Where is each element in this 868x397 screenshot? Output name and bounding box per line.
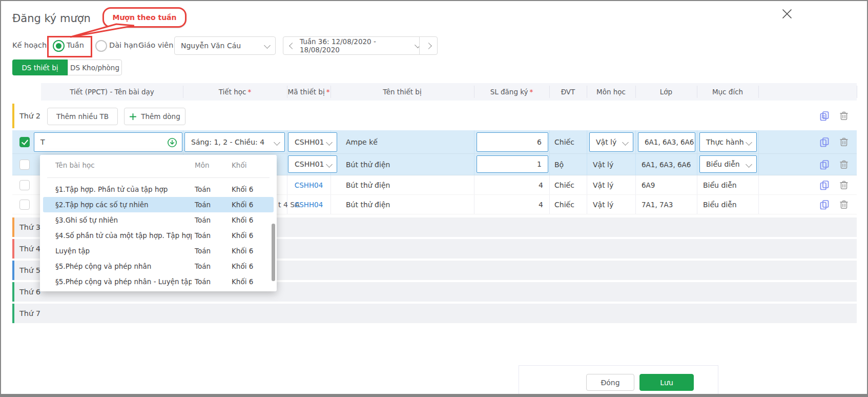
column-separator: [758, 175, 759, 194]
week-next-button[interactable]: [419, 36, 438, 55]
period-select[interactable]: Sáng: 1, 2 - Chiều: 4: [184, 132, 285, 152]
column-separator: [549, 195, 550, 214]
day-group-label: Thứ 2: [19, 102, 40, 130]
lesson-input[interactable]: T: [34, 132, 182, 152]
chevron-left-icon: [289, 43, 296, 49]
plan-radio-week[interactable]: [53, 40, 65, 52]
lesson-subject: Toán: [195, 197, 211, 212]
lesson-dropdown-item[interactable]: §3.Ghi số tự nhiênToánKhối 6: [43, 212, 274, 228]
dropdown-divider: [47, 177, 270, 178]
lesson-grade: Khối 6: [232, 228, 253, 243]
duplicate-row-icon[interactable]: [819, 199, 830, 210]
device-code-link[interactable]: CSHH04: [287, 175, 330, 195]
quantity-input[interactable]: 6: [477, 132, 548, 152]
delete-row-icon[interactable]: [838, 199, 850, 210]
row-checkbox[interactable]: [19, 180, 30, 190]
purpose-select[interactable]: Biểu diễn: [699, 155, 757, 173]
borrow-registration-dialog: Đăng ký mượn Mượn theo tuần Kế hoạch: Tu…: [0, 0, 868, 397]
header-cell-label: Tiết học: [219, 88, 246, 96]
column-separator: [758, 154, 759, 175]
subject-select[interactable]: Vật lý: [589, 132, 633, 152]
dropdown-scrollbar[interactable]: [272, 224, 275, 281]
lesson-dropdown-item[interactable]: §5.Phép cộng và phép nhân - Luyện tậpToá…: [43, 274, 274, 289]
row-checkbox[interactable]: [19, 137, 30, 147]
delete-row-icon[interactable]: [838, 180, 850, 191]
purpose-value: Biểu diễn: [703, 195, 737, 214]
lesson-dropdown-item[interactable]: §1.Tập hợp. Phần tử của tập hợpToánKhối …: [43, 182, 274, 197]
week-select[interactable]: Tuần 36: 12/08/2020 - 18/08/2020: [300, 36, 420, 55]
duplicate-row-icon[interactable]: [819, 159, 830, 170]
tab-storage-list[interactable]: DS Kho/phòng: [68, 59, 122, 75]
teacher-label-text: Giáo viên: [138, 41, 173, 49]
dropdown-col-grade: Khối: [232, 161, 246, 169]
device-code-link[interactable]: CSHH04: [287, 195, 330, 214]
device-code-value: CSHH01: [288, 138, 324, 146]
day-group-bar: [12, 261, 14, 280]
chevron-down-icon: [746, 161, 752, 168]
save-button[interactable]: Lưu: [639, 374, 694, 391]
callout-text: Mượn theo tuần: [112, 13, 176, 22]
quantity-value: 1: [531, 160, 548, 168]
add-many-devices-button[interactable]: Thêm nhiều TB: [47, 108, 118, 125]
lesson-name: Luyện tập: [55, 243, 192, 259]
purpose-select[interactable]: Thực hành: [699, 132, 757, 152]
row-checkbox[interactable]: [19, 160, 30, 170]
lesson-dropdown-item[interactable]: §2.Tập hợp các số tự nhiênToánKhối 6: [43, 197, 274, 212]
chevron-down-icon: [622, 139, 629, 146]
tab-device-list[interactable]: DS thiết bị: [12, 59, 68, 75]
lesson-input-value: T: [34, 138, 45, 146]
plan-radio-longterm-label[interactable]: Dài hạn: [109, 41, 138, 49]
subject-value: Vật lý: [590, 138, 616, 146]
lesson-dropdown-item[interactable]: §4.Số phần tử của một tập hợp. Tập hợp..…: [43, 228, 274, 243]
column-separator: [587, 154, 587, 175]
week-prev-button[interactable]: [283, 36, 301, 55]
column-separator: [330, 195, 331, 214]
day-group-label: Thứ 3: [19, 217, 40, 237]
plan-radio-longterm[interactable]: [95, 40, 107, 52]
column-separator: [758, 195, 759, 214]
period-select-value: Sáng: 1, 2 - Chiều: 4: [185, 138, 264, 146]
duplicate-row-icon[interactable]: [819, 136, 830, 148]
column-separator: [635, 154, 636, 175]
header-separator: [635, 86, 636, 98]
quantity-input[interactable]: 1: [477, 155, 548, 173]
row-checkbox[interactable]: [19, 200, 30, 210]
lesson-dropdown-item[interactable]: Luyện tậpToánKhối 6: [43, 243, 274, 259]
add-row-button[interactable]: Thêm dòng: [124, 108, 185, 125]
plan-radio-week-label[interactable]: Tuần: [67, 41, 84, 49]
lesson-dropdown-item[interactable]: §5.Phép cộng và phép nhânToánKhối 6: [43, 259, 274, 274]
purpose-value: Biểu diễn: [700, 160, 740, 168]
day-group-bar: [12, 282, 14, 302]
teacher-select[interactable]: Nguyễn Văn Cáu: [174, 36, 276, 55]
header-cell-label: SL đăng ký: [490, 88, 528, 96]
delete-row-icon[interactable]: [838, 136, 850, 148]
delete-group-icon[interactable]: [838, 110, 850, 122]
delete-row-icon[interactable]: [838, 159, 850, 170]
copy-rows-icon[interactable]: [819, 110, 830, 122]
plan-label: Kế hoạch:: [12, 41, 49, 49]
lesson-subject: Toán: [195, 228, 211, 243]
classes-box[interactable]: 6A1, 6A3, 6A6: [638, 132, 695, 152]
lesson-name: §1.Tập hợp. Phần tử của tập hợp: [55, 182, 192, 197]
download-circle-icon[interactable]: [167, 137, 178, 148]
column-separator: [474, 154, 474, 175]
device-code-select[interactable]: CSHH01: [288, 132, 337, 152]
day-group-row-thu2: Thứ 2 Thêm nhiều TB Thêm dòng: [12, 102, 857, 130]
day-group-bar: [12, 304, 14, 323]
header-separator: [287, 86, 287, 98]
close-button[interactable]: Đóng: [586, 374, 634, 391]
header-cell-label: Môn học: [596, 88, 626, 96]
column-separator: [635, 130, 636, 153]
unit-value: Bộ: [554, 154, 564, 175]
header-cell: Mã thiết bị*: [287, 83, 330, 101]
close-icon[interactable]: [781, 8, 793, 20]
lesson-name: §3.Ghi số tự nhiên: [55, 212, 192, 228]
device-code-select[interactable]: CSHH01: [288, 155, 337, 173]
lesson-subject: Toán: [195, 259, 211, 274]
chevron-down-icon: [326, 139, 333, 146]
day-group-label: Thứ 4: [19, 239, 40, 259]
column-separator: [549, 154, 550, 175]
duplicate-row-icon[interactable]: [819, 180, 830, 191]
lesson-name: §2.Tập hợp các số tự nhiên: [55, 197, 192, 212]
dropdown-col-lesson: Tên bài học: [55, 161, 95, 169]
